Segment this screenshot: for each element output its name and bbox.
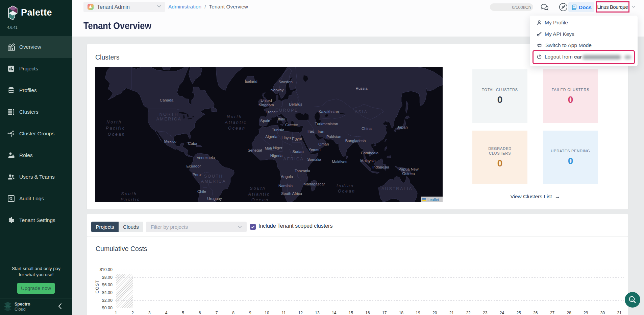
svg-text:Chile: Chile: [197, 189, 206, 194]
svg-text:Atlantic: Atlantic: [248, 192, 270, 197]
svg-text:Ocean: Ocean: [251, 198, 269, 202]
svg-text:Namibia: Namibia: [278, 184, 293, 188]
svg-text:United: United: [261, 98, 272, 103]
svg-text:North: North: [227, 114, 242, 119]
svg-text:Venezuela: Venezuela: [197, 156, 215, 160]
svg-text:Kingdom: Kingdom: [258, 103, 274, 107]
svg-text:Oman: Oman: [318, 142, 329, 146]
svg-text:AMERICA: AMERICA: [201, 179, 226, 184]
svg-text:Yemen: Yemen: [308, 148, 320, 152]
svg-text:Iran: Iran: [318, 130, 324, 134]
svg-text:Algeria: Algeria: [265, 135, 277, 139]
svg-text:Tanzania: Tanzania: [295, 169, 311, 173]
svg-text:Madagascar: Madagascar: [303, 182, 325, 186]
svg-text:South: South: [121, 192, 137, 196]
svg-text:Nigeria: Nigeria: [270, 154, 283, 158]
svg-text:Ocean: Ocean: [108, 132, 125, 137]
svg-text:Tunisia: Tunisia: [272, 128, 284, 132]
svg-text:Pakistan: Pakistan: [326, 135, 341, 139]
svg-text:Russia: Russia: [355, 86, 368, 90]
svg-text:Canada: Canada: [160, 98, 174, 102]
svg-text:Spain: Spain: [260, 119, 270, 123]
svg-text:Belarus: Belarus: [289, 102, 302, 106]
svg-text:Uruguay: Uruguay: [207, 197, 222, 201]
svg-text:Mali: Mali: [265, 146, 272, 150]
svg-text:Ecuador: Ecuador: [187, 164, 201, 168]
svg-text:Somalia: Somalia: [307, 157, 321, 161]
svg-text:Iceland: Iceland: [245, 80, 257, 84]
svg-text:North: North: [106, 120, 122, 125]
svg-text:Mexico: Mexico: [164, 139, 176, 143]
svg-text:AMERICA: AMERICA: [156, 117, 181, 121]
svg-text:AUSTRALIA: AUSTRALIA: [381, 186, 413, 191]
svg-text:AFRICA: AFRICA: [283, 157, 304, 161]
svg-text:ASIA: ASIA: [355, 110, 368, 114]
svg-text:Iraq: Iraq: [307, 129, 314, 133]
svg-text:Cambodia: Cambodia: [361, 151, 379, 155]
svg-text:Senegal: Senegal: [248, 148, 262, 152]
svg-text:NORTH: NORTH: [159, 112, 179, 117]
svg-text:EUROPE: EUROPE: [275, 108, 298, 113]
svg-text:South: South: [250, 186, 266, 191]
svg-text:Sudan: Sudan: [292, 150, 303, 154]
svg-text:South Africa: South Africa: [281, 192, 302, 196]
svg-text:Pacific: Pacific: [121, 197, 140, 202]
svg-text:Italy: Italy: [278, 117, 285, 121]
svg-text:Niger: Niger: [273, 146, 282, 150]
svg-text:Guinea: Guinea: [402, 172, 415, 176]
svg-text:Ocean: Ocean: [338, 189, 355, 194]
svg-text:Ocean: Ocean: [228, 126, 246, 131]
svg-text:Malaysia: Malaysia: [360, 159, 376, 163]
svg-text:Indian: Indian: [337, 183, 354, 188]
svg-text:Kazakhstan: Kazakhstan: [319, 110, 339, 114]
svg-text:Atlantic: Atlantic: [225, 120, 247, 125]
svg-text:Indonesia: Indonesia: [372, 165, 389, 169]
svg-text:Libya: Libya: [281, 136, 291, 140]
svg-text:Peru: Peru: [193, 173, 201, 177]
svg-text:Leaflet: Leaflet: [427, 198, 439, 202]
svg-text:Turkmenistan: Turkmenistan: [315, 122, 338, 126]
svg-text:Egypt: Egypt: [292, 137, 302, 141]
svg-text:Sweden: Sweden: [278, 80, 293, 84]
svg-text:Japan: Japan: [397, 125, 407, 129]
svg-text:Pacific: Pacific: [106, 126, 125, 131]
svg-text:SOUTH: SOUTH: [204, 174, 223, 179]
svg-text:Bangladesh: Bangladesh: [345, 139, 366, 143]
svg-text:Greece: Greece: [285, 123, 298, 127]
svg-text:Norway: Norway: [271, 88, 284, 92]
svg-text:Papua New: Papua New: [398, 167, 419, 171]
svg-text:Angola: Angola: [281, 175, 293, 179]
svg-text:China: China: [362, 127, 372, 131]
svg-text:Maldives: Maldives: [332, 160, 347, 164]
svg-text:Cuba: Cuba: [188, 141, 197, 145]
